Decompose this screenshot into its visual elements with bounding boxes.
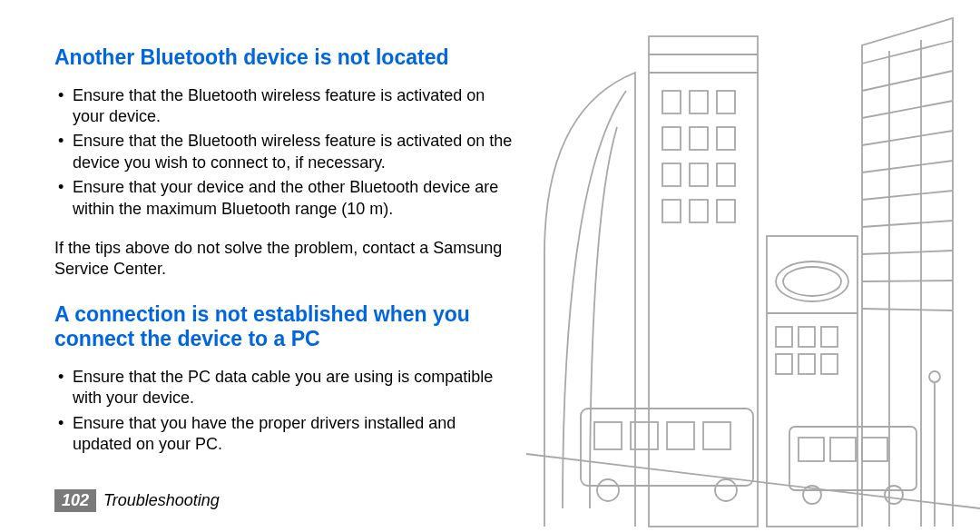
list-item: Ensure that the Bluetooth wireless featu… — [54, 131, 517, 173]
svg-line-22 — [862, 251, 953, 254]
bullet-list-bluetooth: Ensure that the Bluetooth wireless featu… — [54, 85, 517, 220]
svg-rect-14 — [717, 200, 735, 222]
svg-line-17 — [862, 101, 953, 118]
svg-line-19 — [862, 161, 953, 172]
svg-point-42 — [597, 479, 619, 501]
svg-rect-6 — [662, 127, 681, 150]
svg-point-48 — [803, 486, 821, 504]
cityscape-illustration — [526, 0, 980, 532]
svg-rect-47 — [862, 438, 887, 461]
closing-paragraph: If the tips above do not solve the probl… — [54, 238, 517, 281]
svg-rect-40 — [667, 422, 694, 449]
list-item: Ensure that the Bluetooth wireless featu… — [54, 85, 517, 128]
svg-rect-7 — [690, 127, 708, 150]
svg-rect-45 — [799, 438, 824, 461]
svg-point-51 — [929, 371, 940, 382]
svg-rect-35 — [799, 354, 815, 374]
svg-point-49 — [885, 486, 903, 504]
page-footer: 102 Troubleshooting — [54, 489, 220, 512]
svg-rect-31 — [776, 327, 792, 347]
list-item: Ensure that the PC data cable you are us… — [54, 367, 517, 409]
svg-rect-0 — [649, 36, 758, 527]
svg-rect-46 — [830, 438, 856, 461]
svg-rect-39 — [631, 422, 658, 449]
section-heading-bluetooth: Another Bluetooth device is not located — [54, 45, 517, 71]
cityscape-svg — [526, 0, 980, 532]
svg-rect-38 — [594, 422, 622, 449]
svg-rect-13 — [690, 200, 708, 222]
svg-rect-11 — [717, 163, 735, 186]
svg-rect-3 — [662, 91, 681, 113]
svg-rect-27 — [767, 236, 858, 527]
svg-line-18 — [862, 131, 953, 145]
svg-line-21 — [862, 221, 953, 227]
svg-point-43 — [715, 479, 737, 501]
svg-rect-34 — [776, 354, 792, 374]
list-item: Ensure that your device and the other Bl… — [54, 177, 517, 220]
list-item: Ensure that you have the proper drivers … — [54, 413, 517, 456]
bullet-list-pc: Ensure that the PC data cable you are us… — [54, 367, 517, 456]
svg-rect-5 — [717, 91, 735, 113]
svg-rect-37 — [581, 409, 753, 486]
manual-page: Another Bluetooth device is not located … — [0, 0, 980, 532]
svg-line-15 — [862, 41, 953, 64]
svg-line-23 — [862, 281, 953, 281]
svg-rect-10 — [690, 163, 708, 186]
svg-rect-12 — [662, 200, 681, 222]
svg-line-20 — [862, 191, 953, 200]
svg-rect-36 — [821, 354, 838, 374]
svg-line-24 — [862, 309, 953, 310]
svg-point-28 — [776, 261, 848, 301]
footer-section-name: Troubleshooting — [103, 491, 220, 510]
svg-point-29 — [783, 267, 841, 296]
svg-rect-9 — [662, 163, 681, 186]
svg-line-16 — [862, 71, 953, 91]
svg-rect-4 — [690, 91, 708, 113]
content-column: Another Bluetooth device is not located … — [54, 45, 517, 455]
svg-rect-44 — [789, 427, 916, 490]
page-number: 102 — [54, 489, 96, 512]
svg-rect-8 — [717, 127, 735, 150]
svg-rect-41 — [703, 422, 730, 449]
section-heading-pc-connection: A connection is not established when you… — [54, 302, 517, 352]
svg-rect-32 — [799, 327, 815, 347]
svg-rect-33 — [821, 327, 838, 347]
